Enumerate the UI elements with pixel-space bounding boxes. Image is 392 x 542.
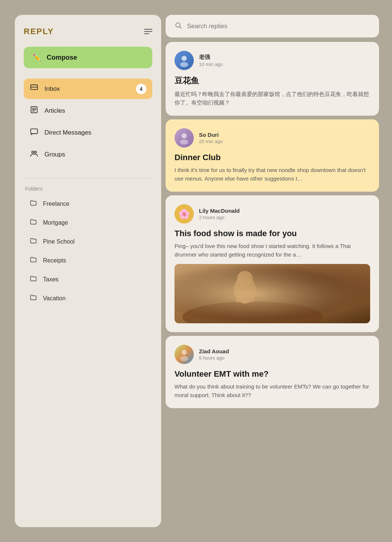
- folder-item-taxes[interactable]: Taxes: [24, 270, 152, 288]
- svg-rect-15: [175, 264, 370, 323]
- message-preview: Ping– you'd love this new food show I st…: [175, 242, 370, 259]
- avatar: [175, 51, 194, 70]
- groups-icon: [30, 149, 39, 159]
- svg-point-18: [237, 271, 253, 287]
- search-icon: [175, 22, 182, 31]
- articles-label: Articles: [44, 107, 65, 115]
- avatar: [175, 345, 194, 364]
- message-subject: Dinner Club: [175, 153, 370, 162]
- message-card[interactable]: 老强 10 min ago 豆花鱼 最近忙吗？昨晚我去了你最喜爱的那家饭馆，点了…: [166, 42, 379, 116]
- svg-rect-19: [235, 298, 255, 303]
- svg-rect-5: [31, 129, 37, 134]
- message-card[interactable]: 🌸 Lily MacDonald 2 hours ago This food s…: [166, 195, 379, 332]
- articles-icon: [30, 106, 39, 116]
- folder-item-mortgage[interactable]: Mortgage: [24, 214, 152, 232]
- sender-name: Ziad Aouad: [199, 348, 229, 354]
- svg-point-16: [182, 301, 323, 323]
- app-container: REPLY ✏️ Compose Inbox 4: [0, 0, 392, 542]
- svg-point-10: [182, 56, 187, 61]
- menu-icon[interactable]: [144, 29, 152, 34]
- svg-line-9: [180, 27, 182, 29]
- compose-button[interactable]: ✏️ Compose: [24, 47, 152, 68]
- folder-icon: [30, 256, 37, 265]
- message-subject: Volunteer EMT with me?: [175, 369, 370, 379]
- sidebar-item-articles[interactable]: Articles: [24, 100, 152, 121]
- svg-point-20: [182, 350, 187, 355]
- message-preview: 最近忙吗？昨晚我去了你最喜爱的那家饭馆，点了他们的特色豆花鱼，吃着就想你了。有空…: [175, 90, 370, 107]
- svg-point-21: [180, 356, 188, 361]
- sidebar-item-groups[interactable]: Groups: [24, 144, 152, 165]
- sidebar-item-inbox[interactable]: Inbox 4: [24, 79, 152, 99]
- avatar: [175, 128, 194, 148]
- message-card[interactable]: Ziad Aouad 6 hours ago Volunteer EMT wit…: [166, 336, 379, 408]
- folder-label: Taxes: [43, 276, 59, 283]
- folders-section-label: Folders: [24, 186, 152, 192]
- message-card[interactable]: So Duri 20 min ago Dinner Club I think i…: [166, 119, 379, 192]
- search-bar: [166, 15, 379, 37]
- folder-label: Freelance: [43, 201, 69, 207]
- menu-line-2: [144, 31, 152, 32]
- sender-info: Ziad Aouad 6 hours ago: [199, 348, 229, 361]
- folder-label: Receipts: [43, 257, 66, 264]
- message-header: 🌸 Lily MacDonald 2 hours ago: [175, 204, 370, 224]
- folder-label: Mortgage: [43, 219, 68, 226]
- svg-point-7: [34, 151, 37, 153]
- direct-messages-label: Direct Messages: [44, 129, 92, 136]
- message-subject: This food show is made for you: [175, 229, 370, 238]
- sender-info: So Duri 20 min ago: [199, 132, 223, 144]
- sender-time: 6 hours ago: [199, 355, 229, 361]
- sidebar-header: REPLY: [24, 27, 152, 36]
- svg-rect-14: [175, 264, 370, 323]
- folder-icon: [30, 199, 37, 208]
- inbox-badge: 4: [136, 84, 146, 94]
- message-list: 老强 10 min ago 豆花鱼 最近忙吗？昨晚我去了你最喜爱的那家饭馆，点了…: [166, 42, 379, 527]
- folder-item-vacation[interactable]: Vacation: [24, 289, 152, 307]
- sender-name: So Duri: [199, 132, 223, 138]
- message-preview: What do you think about training to be v…: [175, 383, 370, 399]
- sender-info: Lily MacDonald 2 hours ago: [199, 208, 240, 220]
- menu-line-3: [144, 33, 149, 34]
- folder-list: Freelance Mortgage Pine School: [24, 195, 152, 307]
- folder-item-freelance[interactable]: Freelance: [24, 195, 152, 213]
- svg-point-11: [180, 62, 188, 67]
- sidebar-divider: [24, 178, 152, 178]
- compose-label: Compose: [47, 54, 77, 62]
- folder-item-receipts[interactable]: Receipts: [24, 251, 152, 270]
- message-header: Ziad Aouad 6 hours ago: [175, 345, 370, 364]
- svg-point-12: [182, 133, 187, 139]
- svg-point-17: [234, 276, 256, 303]
- svg-point-13: [180, 139, 188, 145]
- main-content: 老强 10 min ago 豆花鱼 最近忙吗？昨晚我去了你最喜爱的那家饭馆，点了…: [166, 15, 379, 527]
- folder-icon: [30, 275, 37, 284]
- folder-icon: [30, 294, 37, 303]
- avatar: 🌸: [175, 204, 194, 224]
- folder-icon: [30, 218, 37, 227]
- direct-messages-icon: [30, 128, 39, 138]
- groups-label: Groups: [44, 151, 65, 158]
- sender-time: 2 hours ago: [199, 215, 240, 220]
- inbox-label: Inbox: [44, 85, 60, 93]
- message-header: 老强 10 min ago: [175, 51, 370, 70]
- message-image: [175, 264, 370, 323]
- search-input[interactable]: [187, 23, 370, 30]
- menu-line-1: [144, 29, 152, 30]
- app-logo: REPLY: [24, 27, 54, 36]
- sidebar-item-direct-messages[interactable]: Direct Messages: [24, 122, 152, 143]
- sidebar: REPLY ✏️ Compose Inbox 4: [15, 15, 161, 527]
- message-header: So Duri 20 min ago: [175, 128, 370, 148]
- sender-time: 10 min ago: [199, 62, 223, 67]
- folder-item-pine-school[interactable]: Pine School: [24, 232, 152, 251]
- sender-name: 老强: [199, 54, 223, 61]
- folder-label: Pine School: [43, 238, 74, 245]
- nav-items: Inbox 4 Articles: [24, 79, 152, 165]
- folder-icon: [30, 237, 37, 246]
- message-subject: 豆花鱼: [175, 75, 370, 86]
- message-preview: I think it's time for us to finally try …: [175, 166, 370, 183]
- compose-icon: ✏️: [33, 53, 41, 62]
- sender-time: 20 min ago: [199, 139, 223, 144]
- svg-point-6: [32, 151, 34, 153]
- sender-name: Lily MacDonald: [199, 208, 240, 214]
- sender-info: 老强 10 min ago: [199, 54, 223, 67]
- inbox-icon: [30, 84, 39, 94]
- folder-label: Vacation: [43, 295, 66, 302]
